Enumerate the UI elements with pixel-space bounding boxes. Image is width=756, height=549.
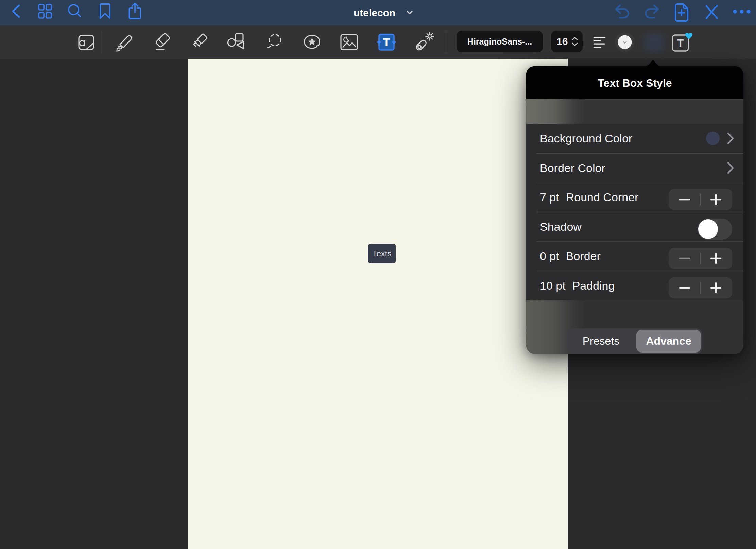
svg-text:T: T [383,36,390,49]
svg-text:T: T [677,37,684,49]
